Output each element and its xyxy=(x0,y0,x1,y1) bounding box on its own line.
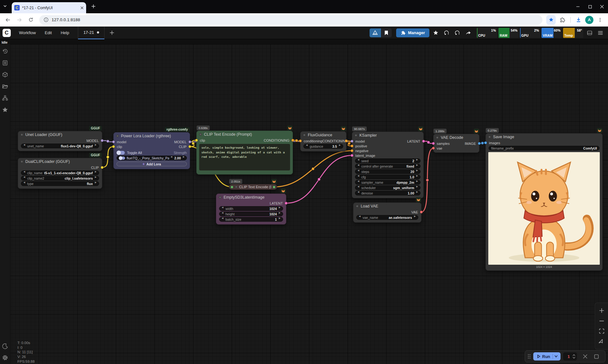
drag-handle-icon[interactable] xyxy=(528,354,531,359)
node-library-icon[interactable] xyxy=(2,95,8,101)
port-dot[interactable] xyxy=(351,140,353,143)
increment-arrow-icon[interactable] xyxy=(339,145,341,148)
menu-workflow[interactable]: Workflow xyxy=(15,27,40,39)
hamburger-menu-icon[interactable] xyxy=(596,28,605,37)
prompt-textarea[interactable]: solo, simple background, looking at view… xyxy=(199,144,290,170)
history-icon[interactable] xyxy=(2,48,8,54)
node-flux-guidance[interactable]: FluxGuidanceconditioningCONDITIONINGguid… xyxy=(300,131,346,151)
window-close-button[interactable] xyxy=(596,0,608,13)
link-midpoint-dot[interactable] xyxy=(106,156,109,158)
collapse-dot[interactable] xyxy=(436,136,439,139)
collapse-dot[interactable] xyxy=(21,133,23,136)
zoom-in-icon[interactable] xyxy=(599,308,605,313)
link-midpoint-dot[interactable] xyxy=(192,142,195,145)
share-loop-icon-2[interactable] xyxy=(453,28,462,37)
decrement-arrow-icon[interactable] xyxy=(222,213,224,215)
link-midpoint-dot[interactable] xyxy=(318,178,320,181)
decrement-arrow-icon[interactable] xyxy=(358,181,360,184)
widget-scheduler[interactable]: schedulersgm_uniform xyxy=(355,185,421,190)
port-dot[interactable] xyxy=(351,154,353,157)
link-midpoint-dot[interactable] xyxy=(106,140,109,143)
port-dot[interactable] xyxy=(112,145,115,148)
port-dot[interactable] xyxy=(231,186,233,188)
model-library-icon[interactable] xyxy=(2,71,8,78)
node-clip-pos[interactable]: 0.638sCLIP Text Encode (Prompt)clipCONDI… xyxy=(196,131,293,175)
increment-arrow-icon[interactable] xyxy=(416,165,418,168)
decrement-arrow-icon[interactable] xyxy=(306,145,308,148)
decrement-arrow-icon[interactable] xyxy=(358,186,360,189)
lora-row[interactable]: flux\TQ_-_Pony_Sketchy_Pastel_Anim...2.0… xyxy=(117,156,187,160)
port-dot[interactable] xyxy=(422,140,425,143)
run-button[interactable]: Run xyxy=(533,352,560,361)
widget-guidance[interactable]: guidance3.5 xyxy=(303,144,343,149)
new-tab-icon[interactable] xyxy=(91,4,96,9)
decrement-arrow-icon[interactable] xyxy=(23,171,26,174)
decrement-arrow-icon[interactable] xyxy=(358,165,360,168)
port-dot[interactable] xyxy=(478,142,481,145)
window-maximize-button[interactable] xyxy=(584,0,596,13)
decrement-arrow-icon[interactable] xyxy=(222,207,224,210)
port-dot[interactable] xyxy=(299,139,302,142)
node-ksampler[interactable]: 90.687sKSamplermodelLATENTpositivenegati… xyxy=(352,132,424,198)
menu-help[interactable]: Help xyxy=(56,27,74,39)
node-unet-loader[interactable]: GGUFUnet Loader (GGUF)MODELunet_nameflux… xyxy=(18,131,102,151)
node-header[interactable]: VAE Decode xyxy=(434,134,479,141)
decrement-arrow-icon[interactable] xyxy=(171,157,173,159)
increment-arrow-icon[interactable] xyxy=(416,192,418,194)
zoom-out-icon[interactable] xyxy=(599,318,605,324)
widget-batch-size[interactable]: batch_size1 xyxy=(219,217,283,222)
widget-height[interactable]: height1024 xyxy=(219,212,283,216)
node-header[interactable]: CLIP Text Encode (Prompt) xyxy=(197,131,293,138)
tab-search-icon[interactable] xyxy=(3,4,7,8)
select-cursor-icon[interactable] xyxy=(599,339,605,344)
increment-arrow-icon[interactable] xyxy=(278,207,281,210)
share-loop-icon[interactable] xyxy=(442,28,451,37)
increment-arrow-icon[interactable] xyxy=(414,216,416,219)
increment-arrow-icon[interactable] xyxy=(278,218,281,221)
increment-arrow-icon[interactable] xyxy=(416,170,418,173)
port-dot[interactable] xyxy=(484,141,487,144)
star-icon[interactable] xyxy=(431,28,440,37)
settings-gear-icon[interactable] xyxy=(2,355,8,361)
collapse-dot[interactable] xyxy=(219,196,221,199)
link-midpoint-dot[interactable] xyxy=(295,139,298,142)
decrement-arrow-icon[interactable] xyxy=(23,182,26,185)
increment-arrow-icon[interactable] xyxy=(94,145,97,147)
manager-button[interactable]: Manager xyxy=(396,28,429,37)
increment-arrow-icon[interactable] xyxy=(416,181,418,184)
link-midpoint-dot[interactable] xyxy=(348,142,351,145)
menu-edit[interactable]: Edit xyxy=(40,27,56,39)
port-dot[interactable] xyxy=(432,147,435,150)
bottom-panel-toggle-icon[interactable] xyxy=(585,28,594,37)
toggle-all-switch[interactable] xyxy=(117,151,125,155)
extensions-icon[interactable] xyxy=(558,15,567,25)
collapse-dot[interactable] xyxy=(235,186,238,188)
port-dot[interactable] xyxy=(188,145,191,148)
browser-menu-icon[interactable] xyxy=(595,15,605,25)
widget-seed[interactable]: seed2 xyxy=(355,158,421,163)
link-midpoint-dot[interactable] xyxy=(312,167,314,170)
node-load-vae[interactable]: Load VAEVAEvae_nameae.safetensors xyxy=(353,202,421,223)
increment-arrow-icon[interactable] xyxy=(94,182,97,185)
port-dot[interactable] xyxy=(112,140,115,143)
workflow-tab[interactable]: 17-21 xyxy=(78,27,104,39)
stop-icon[interactable] xyxy=(594,354,599,359)
collapse-dot[interactable] xyxy=(356,205,358,207)
increment-arrow-icon[interactable] xyxy=(94,177,97,180)
window-minimize-button[interactable] xyxy=(572,0,584,13)
collapse-dot[interactable] xyxy=(303,134,306,136)
browser-tab[interactable]: C *17-21 - ComfyUI xyxy=(12,2,86,13)
port-dot[interactable] xyxy=(195,139,198,142)
widget-vae-name[interactable]: vae_nameae.safetensors xyxy=(356,215,418,220)
reload-button[interactable] xyxy=(26,15,35,25)
url-text[interactable]: 127.0.0.1:8188 xyxy=(52,17,80,22)
increment-arrow-icon[interactable] xyxy=(94,171,97,174)
widget-steps[interactable]: steps20 xyxy=(355,169,421,174)
port-dot[interactable] xyxy=(351,145,353,147)
decrement-arrow-icon[interactable] xyxy=(23,145,26,147)
collapse-dot[interactable] xyxy=(116,135,119,137)
node-header[interactable]: Load VAE xyxy=(353,203,421,210)
bookmark-workflow-button[interactable] xyxy=(381,28,392,37)
widget-unet-name[interactable]: unet_nameflux1-dev-Q8_0.gguf xyxy=(21,144,99,148)
queue-icon[interactable] xyxy=(2,60,8,66)
